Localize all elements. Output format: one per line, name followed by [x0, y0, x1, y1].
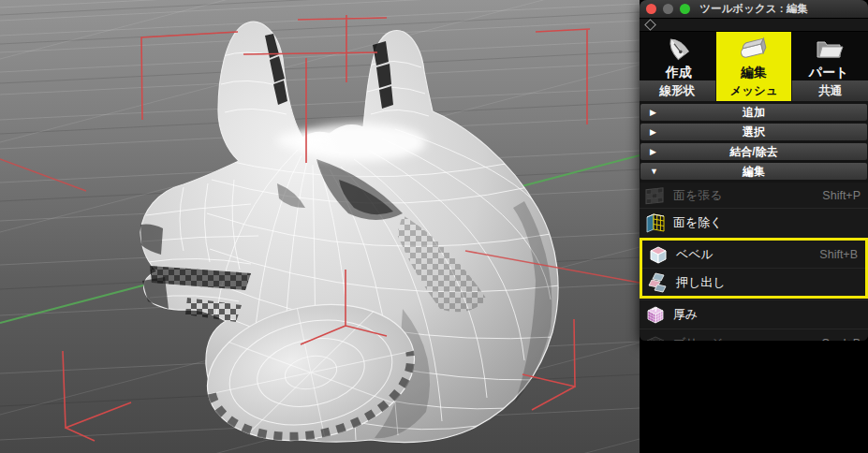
tool-create-face: 面を張る Shift+P	[640, 183, 868, 208]
viewport-3d[interactable]	[0, 0, 640, 453]
subtab-common[interactable]: 共通	[792, 80, 868, 101]
pen-icon	[661, 35, 697, 65]
section-select-label: 選択	[743, 124, 765, 140]
tool-remove-face[interactable]: 面を除く	[640, 208, 868, 237]
tool-bevel-label: ベベル	[676, 246, 714, 263]
toolbar-strip	[640, 19, 868, 32]
minimize-button[interactable]	[663, 4, 673, 14]
tab-part[interactable]: パート	[791, 32, 866, 80]
tool-create-face-label: 面を張る	[673, 187, 723, 204]
tool-thickness[interactable]: 厚み	[640, 300, 868, 329]
eraser-icon	[736, 35, 772, 65]
create-face-icon	[643, 184, 668, 207]
tool-bridge-shortcut: Cmd+B	[821, 337, 868, 341]
close-button[interactable]	[646, 4, 656, 14]
tool-list: 面を張る Shift+P 面を除く	[640, 183, 868, 341]
section-edit-label: 編集	[743, 164, 765, 180]
bridge-icon	[643, 332, 668, 341]
section-list: ▶ 追加 ▶ 選択 ▶ 結合/除去 ▼ 編集	[640, 101, 868, 180]
remove-face-icon	[643, 212, 668, 234]
panda-mesh[interactable]	[140, 22, 560, 453]
window-title: ツールボックス : 編集	[699, 2, 807, 16]
thickness-cube-icon	[643, 303, 668, 326]
gem-icon[interactable]	[644, 19, 656, 31]
tool-thickness-label: 厚み	[673, 306, 698, 323]
tool-bevel-shortcut: Shift+B	[819, 248, 865, 261]
traffic-lights	[646, 4, 690, 14]
subtab-line-shape[interactable]: 線形状	[640, 80, 716, 101]
toolbox-window: ツールボックス : 編集 作成	[640, 0, 868, 341]
bevel-cube-icon	[646, 243, 670, 266]
collapsed-arrow-icon: ▶	[650, 108, 656, 117]
tool-bridge: ブリッジ Cmd+B	[640, 329, 868, 341]
collapsed-arrow-icon: ▶	[650, 147, 656, 156]
section-join-remove[interactable]: ▶ 結合/除去	[640, 143, 867, 160]
specular-highlight-small	[277, 131, 326, 150]
tool-extrude-label: 押し出し	[676, 274, 726, 291]
subtab-mesh[interactable]: メッシュ	[716, 80, 793, 101]
zoom-button[interactable]	[680, 4, 690, 14]
section-add[interactable]: ▶ 追加	[640, 104, 867, 121]
tab-create[interactable]: 作成	[641, 32, 716, 80]
expanded-arrow-icon: ▼	[650, 167, 658, 176]
collapsed-arrow-icon: ▶	[650, 127, 656, 137]
tab-edit[interactable]: 編集	[716, 32, 791, 80]
tool-create-face-shortcut: Shift+P	[822, 189, 868, 202]
app-screen: ツールボックス : 編集 作成	[0, 0, 868, 453]
section-add-label: 追加	[743, 105, 765, 121]
viewport-scene	[0, 0, 640, 453]
tool-extrude[interactable]: 押し出し	[642, 268, 865, 296]
section-edit[interactable]: ▼ 編集	[640, 163, 867, 180]
x-axis-line	[0, 159, 86, 191]
extrude-icon	[646, 271, 670, 294]
tab-bar: 作成 編集 パート	[640, 32, 868, 80]
tab-part-label: パート	[809, 65, 849, 80]
highlight-box: ベベル Shift+B 押し出し	[640, 238, 868, 299]
folder-icon	[811, 35, 846, 65]
tool-remove-face-label: 面を除く	[673, 214, 723, 231]
section-select[interactable]: ▶ 選択	[640, 124, 867, 140]
tool-bevel[interactable]: ベベル Shift+B	[642, 241, 865, 268]
section-join-remove-label: 結合/除去	[729, 144, 777, 160]
titlebar[interactable]: ツールボックス : 編集	[640, 0, 868, 19]
tab-edit-label: 編集	[741, 65, 767, 80]
tool-bridge-label: ブリッジ	[673, 335, 723, 341]
tab-create-label: 作成	[666, 65, 692, 80]
subtab-bar: 線形状 メッシュ 共通	[640, 80, 868, 101]
